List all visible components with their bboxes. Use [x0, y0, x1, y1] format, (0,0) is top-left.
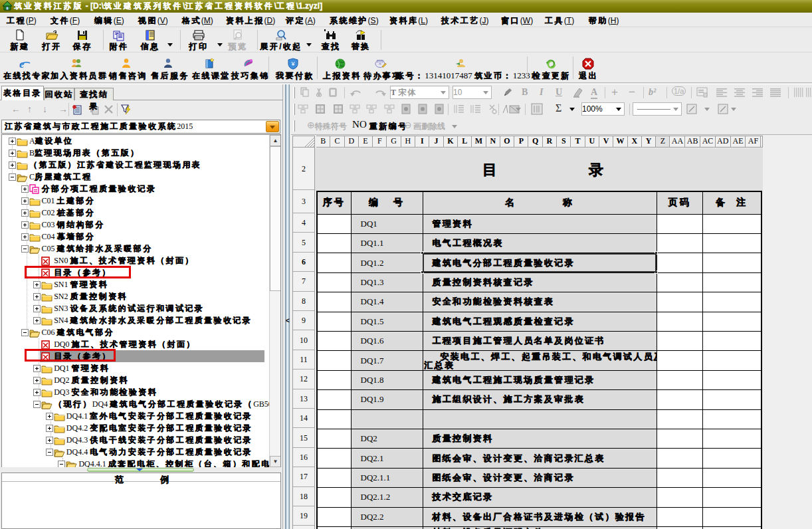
svg-text:DVD: DVD [377, 59, 384, 63]
svg-text:¥: ¥ [290, 60, 295, 67]
